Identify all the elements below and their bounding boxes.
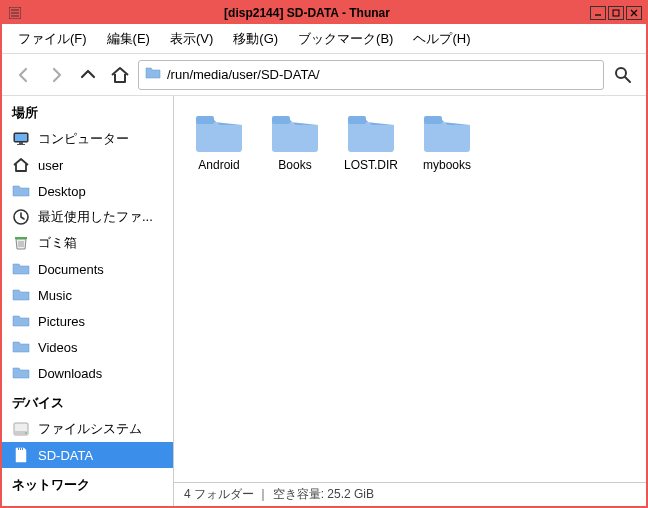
sidebar-item[interactable]: SD-DATA — [2, 442, 173, 468]
folder-icon — [420, 110, 474, 154]
menu-item[interactable]: 編集(E) — [99, 26, 158, 52]
statusbar: 4 フォルダー ｜ 空き容量: 25.2 GiB — [174, 482, 646, 506]
sidebar-item-label: Downloads — [38, 366, 102, 381]
folder-label: mybooks — [423, 158, 471, 172]
sd-icon — [12, 446, 30, 464]
sidebar-item-label: ゴミ箱 — [38, 234, 77, 252]
sidebar-item-label: Desktop — [38, 184, 86, 199]
folder-label: LOST.DIR — [344, 158, 398, 172]
home-icon — [12, 156, 30, 174]
svg-rect-4 — [15, 134, 27, 141]
disk-icon — [12, 420, 30, 438]
folder-icon — [344, 110, 398, 154]
folder-icon — [192, 110, 246, 154]
sidebar-item[interactable]: コンピューター — [2, 126, 173, 152]
sidebar-item[interactable]: user — [2, 152, 173, 178]
path-input[interactable] — [167, 67, 597, 82]
window-controls — [590, 6, 642, 20]
sidebar-item[interactable]: Pictures — [2, 308, 173, 334]
trash-icon — [12, 234, 30, 252]
svg-rect-5 — [19, 142, 23, 144]
toolbar — [2, 54, 646, 96]
sidebar-item[interactable]: Videos — [2, 334, 173, 360]
sidebar-item-label: Videos — [38, 340, 78, 355]
svg-rect-15 — [196, 116, 214, 124]
sidebar-item-label: Music — [38, 288, 72, 303]
svg-rect-8 — [15, 237, 27, 239]
sidebar-item-label: Documents — [38, 262, 104, 277]
svg-point-11 — [25, 432, 27, 434]
status-text: 4 フォルダー ｜ 空き容量: 25.2 GiB — [184, 486, 374, 503]
sidebar-section-header: 場所 — [2, 96, 173, 126]
up-button[interactable] — [74, 61, 102, 89]
menu-item[interactable]: ヘルプ(H) — [405, 26, 478, 52]
sidebar-item-label: 最近使用したファ... — [38, 208, 153, 226]
sidebar-item-label: Pictures — [38, 314, 85, 329]
sidebar-section-header: ネットワーク — [2, 468, 173, 498]
svg-rect-16 — [272, 116, 290, 124]
close-button[interactable] — [626, 6, 642, 20]
folder-icon — [145, 65, 161, 85]
svg-rect-17 — [348, 116, 366, 124]
svg-rect-6 — [17, 144, 25, 145]
svg-rect-12 — [18, 448, 19, 450]
sidebar-item[interactable]: ファイルシステム — [2, 416, 173, 442]
sidebar-item[interactable]: Music — [2, 282, 173, 308]
sidebar-section-header: デバイス — [2, 386, 173, 416]
sidebar-item-label: コンピューター — [38, 130, 129, 148]
content-area: AndroidBooksLOST.DIRmybooks 4 フォルダー ｜ 空き… — [174, 96, 646, 506]
sidebar-item[interactable]: ゴミ箱 — [2, 230, 173, 256]
forward-button[interactable] — [42, 61, 70, 89]
menu-item[interactable]: ファイル(F) — [10, 26, 95, 52]
window-title: [disp2144] SD-DATA - Thunar — [24, 6, 590, 20]
folder-label: Android — [198, 158, 239, 172]
sidebar-item-label: user — [38, 158, 63, 173]
folder-label: Books — [278, 158, 311, 172]
sidebar-item[interactable]: 最近使用したファ... — [2, 204, 173, 230]
sidebar-item-label: ファイルシステム — [38, 420, 142, 438]
back-button[interactable] — [10, 61, 38, 89]
sidebar-item[interactable]: Documents — [2, 256, 173, 282]
monitor-icon — [12, 130, 30, 148]
folder-item[interactable]: mybooks — [412, 106, 482, 176]
sidebar-item-label: SD-DATA — [38, 448, 93, 463]
folder-icon — [12, 260, 30, 278]
maximize-button[interactable] — [608, 6, 624, 20]
window-menu-icon[interactable] — [6, 5, 24, 21]
folder-icon — [12, 364, 30, 382]
sidebar-item[interactable]: Downloads — [2, 360, 173, 386]
search-button[interactable] — [608, 60, 638, 90]
folder-item[interactable]: LOST.DIR — [336, 106, 406, 176]
folder-item[interactable]: Books — [260, 106, 330, 176]
folder-icon — [12, 338, 30, 356]
svg-rect-13 — [20, 448, 21, 450]
folder-icon — [268, 110, 322, 154]
folder-icon — [12, 312, 30, 330]
icon-grid[interactable]: AndroidBooksLOST.DIRmybooks — [174, 96, 646, 482]
menu-item[interactable]: ブックマーク(B) — [290, 26, 401, 52]
sidebar: 場所コンピューターuserDesktop最近使用したファ...ゴミ箱Docume… — [2, 96, 174, 506]
home-button[interactable] — [106, 61, 134, 89]
folder-item[interactable]: Android — [184, 106, 254, 176]
svg-rect-18 — [424, 116, 442, 124]
sidebar-item[interactable]: Desktop — [2, 178, 173, 204]
minimize-button[interactable] — [590, 6, 606, 20]
folder-icon — [12, 286, 30, 304]
menubar: ファイル(F)編集(E)表示(V)移動(G)ブックマーク(B)ヘルプ(H) — [2, 24, 646, 54]
folder-icon — [12, 182, 30, 200]
clock-icon — [12, 208, 30, 226]
menu-item[interactable]: 表示(V) — [162, 26, 221, 52]
svg-rect-1 — [613, 10, 619, 16]
menu-item[interactable]: 移動(G) — [225, 26, 286, 52]
titlebar: [disp2144] SD-DATA - Thunar — [2, 2, 646, 24]
svg-rect-14 — [22, 448, 23, 450]
path-field[interactable] — [138, 60, 604, 90]
